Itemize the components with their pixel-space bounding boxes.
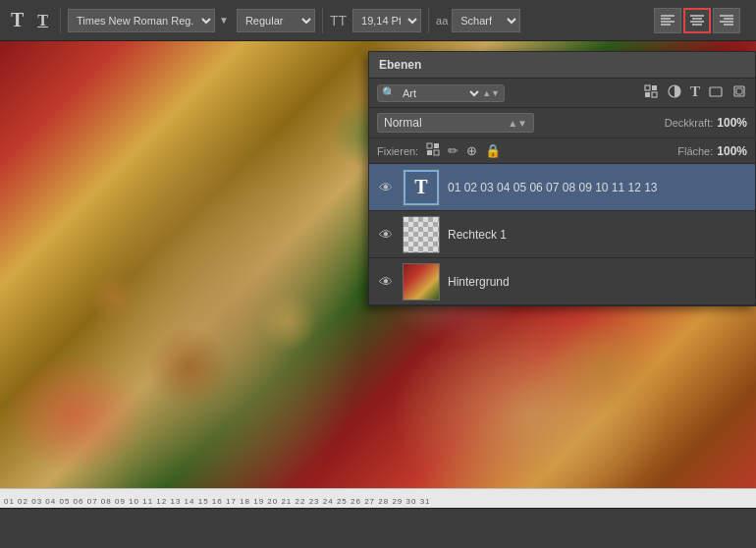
svg-rect-13 (652, 85, 657, 90)
separator-2 (322, 8, 323, 33)
ruler-content: 01 02 03 04 05 06 07 08 09 10 11 12 13 1… (0, 489, 756, 508)
layer-visibility-toggle[interactable]: 👁 (377, 180, 395, 195)
filter-shape-icon[interactable] (708, 83, 724, 102)
filter-adjustment-icon[interactable] (667, 83, 682, 102)
status-bar (0, 508, 756, 548)
svg-rect-23 (434, 150, 439, 155)
fixieren-row: Fixieren: ✏ ⊕ 🔒 Fläche: 100% (369, 138, 755, 164)
blend-mode-label: Normal (384, 116, 422, 130)
svg-rect-19 (736, 88, 742, 94)
layers-filter-row: 🔍 Art ▲▼ T (369, 79, 755, 108)
antialiasing-select[interactable]: Scharf (452, 9, 520, 32)
layer-thumbnail (403, 216, 440, 253)
layer-visibility-toggle[interactable]: 👁 (377, 274, 395, 290)
layer-name: Rechteck 1 (448, 228, 747, 242)
font-size-select[interactable]: 19,14 Pt (352, 9, 421, 32)
layer-row[interactable]: 👁 Rechteck 1 (369, 211, 755, 258)
align-center-button[interactable] (683, 8, 711, 33)
opacity-control: Deckkraft: 100% (665, 116, 747, 130)
svg-rect-22 (427, 150, 432, 155)
text-tool-alt-button[interactable]: T (32, 10, 53, 31)
align-left-button[interactable] (654, 8, 681, 33)
layer-name: Hintergrund (448, 275, 747, 289)
fix-pixel-icon[interactable] (426, 142, 440, 159)
align-right-button[interactable] (713, 8, 740, 33)
filter-icon-group: T (643, 83, 747, 102)
filter-search-icon: 🔍 (382, 86, 396, 99)
text-tool-button[interactable]: T (6, 7, 28, 33)
filter-text-icon[interactable]: T (690, 83, 700, 102)
layers-panel: Ebenen 🔍 Art ▲▼ T (368, 51, 756, 306)
text-tool-icon: T (11, 9, 24, 31)
svg-rect-15 (652, 92, 657, 97)
blend-mode-select[interactable]: Normal ▲▼ (377, 113, 534, 133)
font-style-select[interactable]: Regular (237, 9, 315, 32)
image-layer-thumb (404, 264, 439, 300)
layer-visibility-toggle[interactable]: 👁 (377, 227, 395, 243)
flaeche-value[interactable]: 100% (717, 144, 747, 158)
separator-1 (60, 8, 61, 33)
font-size-icon: TT (330, 13, 347, 28)
filter-smartobj-icon[interactable] (731, 83, 747, 102)
shape-layer-thumb (404, 217, 439, 252)
svg-rect-12 (645, 85, 650, 90)
layer-row[interactable]: 👁 T 01 02 03 04 05 06 07 08 09 10 11 12 … (369, 164, 755, 211)
filter-select-wrap[interactable]: 🔍 Art ▲▼ (377, 84, 505, 102)
svg-rect-21 (434, 143, 439, 148)
alignment-buttons (654, 8, 750, 33)
opacity-value[interactable]: 100% (717, 116, 747, 130)
ruler-ticks: /* ticks drawn via CSS pattern */ (0, 489, 756, 508)
main-toolbar: T T Times New Roman Reg... ▼ Regular TT … (0, 0, 756, 41)
antialiasing-label: aa (436, 15, 448, 27)
fix-lock-icon[interactable]: 🔒 (485, 143, 501, 158)
svg-rect-14 (645, 92, 650, 97)
layers-panel-title: Ebenen (379, 58, 421, 72)
filter-type-select[interactable]: Art (399, 86, 482, 100)
flaeche-control: Fläche: 100% (677, 144, 747, 158)
separator-3 (428, 8, 429, 33)
svg-rect-20 (427, 143, 432, 148)
blend-mode-arrow: ▲▼ (508, 118, 527, 129)
font-family-arrow: ▼ (219, 15, 229, 26)
layer-name: 01 02 03 04 05 06 07 08 09 10 11 12 13 (448, 181, 747, 194)
main-canvas-area: 01 02 03 04 05 06 07 08 09 10 11 12 13 1… (0, 41, 756, 548)
filter-arrow-icon: ▲▼ (482, 88, 500, 98)
opacity-label: Deckkraft: (665, 117, 714, 129)
horizontal-ruler: 01 02 03 04 05 06 07 08 09 10 11 12 13 1… (0, 488, 756, 508)
filter-pixel-icon[interactable] (643, 83, 659, 102)
flaeche-label: Fläche: (677, 145, 713, 157)
fix-brush-icon[interactable]: ✏ (448, 143, 459, 158)
layers-panel-header: Ebenen (369, 52, 755, 79)
fix-move-icon[interactable]: ⊕ (466, 143, 477, 158)
blend-opacity-row: Normal ▲▼ Deckkraft: 100% (369, 108, 755, 138)
fixieren-label: Fixieren: (377, 145, 418, 157)
text-tool-alt-icon: T (37, 12, 48, 29)
layer-thumbnail: T (403, 169, 440, 206)
text-layer-thumb: T (404, 170, 439, 205)
font-family-select[interactable]: Times New Roman Reg... (68, 9, 215, 32)
layer-thumbnail (403, 263, 440, 301)
layer-row[interactable]: 👁 Hintergrund (369, 258, 755, 305)
svg-rect-17 (710, 87, 722, 96)
